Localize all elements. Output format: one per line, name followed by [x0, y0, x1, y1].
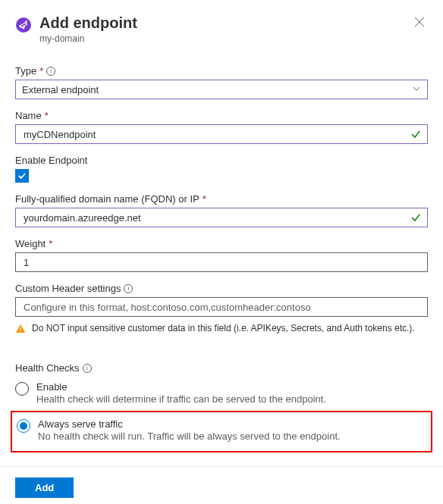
radio-always[interactable]: Always serve traffic No health check wil… [17, 415, 426, 446]
health-checks-label-row: Health Checks i [15, 362, 428, 374]
required-marker: * [45, 110, 49, 121]
custom-header-input[interactable] [22, 301, 421, 314]
field-custom-header: Custom Header settings i [15, 283, 428, 317]
fqdn-input[interactable] [22, 211, 410, 224]
svg-rect-3 [20, 327, 20, 330]
required-marker: * [39, 65, 43, 77]
warning-icon [15, 324, 26, 337]
panel-subtitle: my-domain [39, 33, 404, 44]
field-weight: Weight * [15, 238, 428, 272]
panel-header: Add endpoint my-domain [15, 14, 428, 44]
radio-always-desc: No health check will run. Traffic will b… [38, 430, 341, 442]
name-label: Name [15, 110, 42, 121]
field-name: Name * [15, 110, 428, 144]
radio-enable[interactable]: Enable Health check will determine if tr… [15, 378, 428, 409]
warning-text: Do NOT input sensitive customer data in … [32, 323, 415, 333]
radio-circle-selected [17, 419, 30, 433]
checkmark-icon [17, 171, 27, 180]
fqdn-label: Fully-qualified domain name (FQDN) or IP [15, 193, 200, 205]
radio-circle [15, 382, 29, 396]
radio-enable-label: Enable [36, 381, 326, 393]
custom-header-input-wrapper [15, 297, 428, 317]
info-icon[interactable]: i [83, 364, 92, 373]
field-type: Type * i External endpoint [15, 65, 428, 99]
info-icon[interactable]: i [124, 284, 133, 293]
field-enable: Enable Endpoint [15, 155, 428, 183]
type-label: Type [15, 65, 36, 77]
health-checks-radio-group: Enable Health check will determine if tr… [15, 378, 428, 452]
valid-check-icon [410, 129, 421, 139]
highlight-box: Always serve traffic No health check wil… [11, 411, 432, 452]
weight-label: Weight [15, 238, 46, 249]
add-button[interactable]: Add [15, 477, 74, 498]
field-fqdn: Fully-qualified domain name (FQDN) or IP… [15, 193, 428, 227]
weight-input[interactable] [22, 256, 421, 269]
required-marker: * [49, 238, 52, 249]
fqdn-input-wrapper [15, 208, 428, 227]
svg-rect-4 [20, 331, 20, 332]
radio-always-label: Always serve traffic [38, 418, 341, 430]
add-endpoint-panel: Add endpoint my-domain Type * i External… [0, 0, 443, 504]
radio-enable-desc: Health check will determine if traffic c… [36, 393, 326, 405]
panel-footer: Add [15, 477, 428, 498]
close-icon [414, 17, 425, 27]
chevron-down-icon [412, 84, 421, 95]
required-marker: * [203, 193, 206, 205]
custom-header-label: Custom Header settings [15, 283, 121, 294]
name-input-wrapper [15, 124, 428, 144]
weight-input-wrapper [15, 252, 428, 272]
radio-dot [20, 422, 27, 430]
valid-check-icon [410, 212, 421, 223]
panel-title: Add endpoint [39, 14, 404, 32]
enable-checkbox[interactable] [15, 169, 29, 183]
warning-message: Do NOT input sensitive customer data in … [15, 323, 428, 337]
enable-label: Enable Endpoint [15, 155, 87, 166]
health-checks-label: Health Checks [15, 362, 80, 374]
info-icon[interactable]: i [46, 67, 55, 76]
type-value: External endpoint [22, 84, 99, 95]
name-input[interactable] [22, 128, 410, 141]
divider [0, 466, 443, 467]
type-select[interactable]: External endpoint [15, 80, 428, 99]
endpoint-icon [15, 17, 32, 33]
close-button[interactable] [411, 14, 428, 32]
